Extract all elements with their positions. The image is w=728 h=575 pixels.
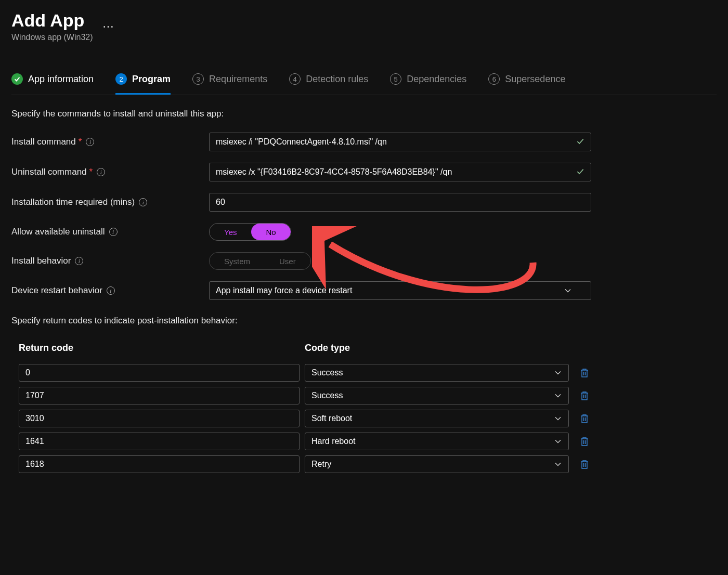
return-code-input[interactable] xyxy=(19,455,300,473)
info-icon[interactable]: i xyxy=(109,228,118,236)
tab-label: Program xyxy=(132,74,171,85)
section-return-codes-text: Specify return codes to indicate post-in… xyxy=(11,316,717,326)
info-icon[interactable]: i xyxy=(139,198,147,206)
required-indicator: * xyxy=(79,137,82,147)
delete-row-button[interactable] xyxy=(574,413,595,424)
tab-detection-rules[interactable]: 4 Detection rules xyxy=(289,73,368,95)
info-icon[interactable]: i xyxy=(86,138,94,146)
restart-behavior-value: App install may force a device restart xyxy=(216,286,352,295)
chevron-down-icon xyxy=(564,286,572,295)
code-type-value: Retry xyxy=(311,460,331,469)
tab-label: Requirements xyxy=(209,74,267,85)
tab-label: Supersedence xyxy=(505,74,565,85)
step-number-icon: 4 xyxy=(289,73,301,85)
code-type-value: Success xyxy=(311,368,343,377)
tab-program[interactable]: 2 Program xyxy=(115,73,171,95)
trash-icon xyxy=(580,413,589,424)
valid-check-icon xyxy=(576,137,585,148)
install-time-input[interactable] xyxy=(209,193,591,212)
code-type-select[interactable]: Success xyxy=(305,364,569,382)
info-icon[interactable]: i xyxy=(75,257,83,265)
table-row: Success xyxy=(19,387,717,404)
trash-icon xyxy=(580,436,589,447)
delete-row-button[interactable] xyxy=(574,436,595,447)
restart-behavior-label: Device restart behavior xyxy=(11,285,102,296)
install-behavior-label: Install behavior xyxy=(11,256,71,266)
return-codes-table: Return code Code type Success Success xyxy=(11,343,717,473)
more-actions-button[interactable]: ⋯ xyxy=(102,20,114,33)
step-number-icon: 3 xyxy=(192,73,204,85)
chevron-down-icon xyxy=(554,391,562,400)
table-row: Hard reboot xyxy=(19,433,717,450)
code-type-select[interactable]: Soft reboot xyxy=(305,410,569,427)
tab-requirements[interactable]: 3 Requirements xyxy=(192,73,267,95)
allow-uninstall-label: Allow available uninstall xyxy=(11,227,105,237)
table-row: Success xyxy=(19,364,717,382)
return-code-input[interactable] xyxy=(19,433,300,450)
chevron-down-icon xyxy=(554,414,562,423)
col-return-code: Return code xyxy=(19,343,300,354)
tab-label: Dependencies xyxy=(407,74,466,85)
step-number-icon: 5 xyxy=(390,73,401,85)
tab-label: Detection rules xyxy=(306,74,368,85)
install-behavior-system: System xyxy=(210,253,265,269)
trash-icon xyxy=(580,459,589,469)
code-type-select[interactable]: Hard reboot xyxy=(305,433,569,450)
tab-supersedence[interactable]: 6 Supersedence xyxy=(488,73,565,95)
table-row: Soft reboot xyxy=(19,410,717,427)
allow-uninstall-no[interactable]: No xyxy=(251,224,290,240)
chevron-down-icon xyxy=(554,460,562,468)
return-code-input[interactable] xyxy=(19,364,300,382)
install-command-label: Install command xyxy=(11,137,76,147)
uninstall-command-label: Uninstall command xyxy=(11,167,87,177)
page-subtitle: Windows app (Win32) xyxy=(11,33,93,42)
code-type-select[interactable]: Retry xyxy=(305,455,569,473)
install-behavior-user: User xyxy=(265,253,310,269)
code-type-value: Success xyxy=(311,391,343,400)
allow-uninstall-yes[interactable]: Yes xyxy=(210,224,251,240)
trash-icon xyxy=(580,390,589,401)
info-icon[interactable]: i xyxy=(97,168,105,176)
install-time-label: Installation time required (mins) xyxy=(11,197,135,207)
restart-behavior-select[interactable]: App install may force a device restart xyxy=(209,281,591,300)
install-command-input[interactable] xyxy=(209,133,591,151)
info-icon[interactable]: i xyxy=(107,286,115,295)
delete-row-button[interactable] xyxy=(574,390,595,401)
table-row: Retry xyxy=(19,455,717,473)
allow-uninstall-toggle: Yes No xyxy=(209,223,291,241)
valid-check-icon xyxy=(576,167,585,178)
uninstall-command-input[interactable] xyxy=(209,163,591,181)
chevron-down-icon xyxy=(554,369,562,377)
delete-row-button[interactable] xyxy=(574,459,595,469)
step-number-icon: 6 xyxy=(488,73,500,85)
install-behavior-toggle: System User xyxy=(209,252,311,270)
tab-app-information[interactable]: App information xyxy=(11,73,94,95)
section-commands-text: Specify the commands to install and unin… xyxy=(11,109,717,119)
tab-dependencies[interactable]: 5 Dependencies xyxy=(390,73,466,95)
trash-icon xyxy=(580,368,589,378)
code-type-value: Soft reboot xyxy=(311,414,352,423)
page-title: Add App xyxy=(11,10,93,31)
chevron-down-icon xyxy=(554,437,562,446)
delete-row-button[interactable] xyxy=(574,368,595,378)
step-number-icon: 2 xyxy=(115,73,127,85)
return-code-input[interactable] xyxy=(19,410,300,427)
tab-label: App information xyxy=(28,74,94,85)
code-type-select[interactable]: Success xyxy=(305,387,569,404)
return-code-input[interactable] xyxy=(19,387,300,404)
required-indicator: * xyxy=(89,167,93,177)
wizard-tabs: App information 2 Program 3 Requirements… xyxy=(11,73,717,95)
code-type-value: Hard reboot xyxy=(311,437,356,446)
col-code-type: Code type xyxy=(305,343,586,354)
check-icon xyxy=(11,73,23,85)
